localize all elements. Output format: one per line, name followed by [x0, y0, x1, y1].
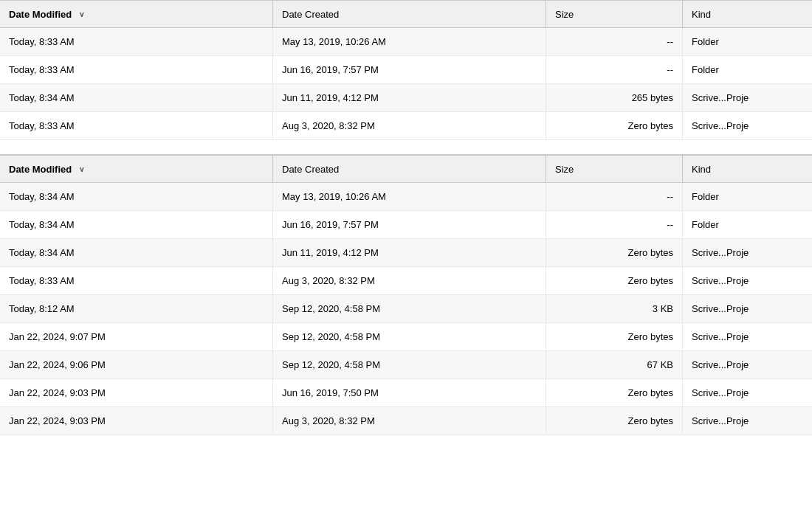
table-row[interactable]: Today, 8:34 AMJun 11, 2019, 4:12 PM265 b… [0, 84, 812, 112]
cell-date-modified: Jan 22, 2024, 9:06 PM [0, 351, 273, 378]
cell-date-created: Aug 3, 2020, 8:32 PM [273, 112, 546, 139]
column-header-date-modified[interactable]: Date Modified∨ [0, 1, 273, 27]
cell-date-modified: Today, 8:34 AM [0, 211, 273, 238]
table-row[interactable]: Today, 8:34 AMJun 11, 2019, 4:12 PMZero … [0, 239, 812, 267]
cell-date-modified: Today, 8:33 AM [0, 267, 273, 294]
table-row[interactable]: Jan 22, 2024, 9:03 PMAug 3, 2020, 8:32 P… [0, 407, 812, 435]
cell-size: 265 bytes [546, 84, 683, 111]
column-header-size[interactable]: Size [546, 156, 683, 182]
cell-date-created: Jun 16, 2019, 7:57 PM [273, 211, 546, 238]
cell-date-modified: Jan 22, 2024, 9:03 PM [0, 407, 273, 434]
table-row[interactable]: Jan 22, 2024, 9:07 PMSep 12, 2020, 4:58 … [0, 323, 812, 351]
cell-size: Zero bytes [546, 239, 683, 266]
cell-date-modified: Today, 8:34 AM [0, 84, 273, 111]
cell-kind: Scrive...Proje [683, 267, 812, 294]
table-row[interactable]: Today, 8:34 AMJun 16, 2019, 7:57 PM--Fol… [0, 211, 812, 239]
column-header-kind[interactable]: Kind [683, 1, 812, 27]
cell-size: 3 KB [546, 295, 683, 322]
cell-kind: Scrive...Proje [683, 323, 812, 350]
file-browser: Date Modified∨Date CreatedSizeKindToday,… [0, 0, 812, 435]
table-row[interactable]: Jan 22, 2024, 9:03 PMJun 16, 2019, 7:50 … [0, 379, 812, 407]
cell-date-created: Sep 12, 2020, 4:58 PM [273, 323, 546, 350]
cell-date-modified: Jan 22, 2024, 9:07 PM [0, 323, 273, 350]
cell-size: -- [546, 183, 683, 210]
column-header-date-modified[interactable]: Date Modified∨ [0, 156, 273, 182]
table-row[interactable]: Today, 8:33 AMJun 16, 2019, 7:57 PM--Fol… [0, 56, 812, 84]
cell-kind: Scrive...Proje [683, 84, 812, 111]
table-row[interactable]: Today, 8:12 AMSep 12, 2020, 4:58 PM3 KBS… [0, 295, 812, 323]
cell-date-created: May 13, 2019, 10:26 AM [273, 183, 546, 210]
cell-date-created: Sep 12, 2020, 4:58 PM [273, 351, 546, 378]
cell-size: -- [546, 211, 683, 238]
cell-kind: Folder [683, 56, 812, 83]
cell-date-modified: Today, 8:33 AM [0, 56, 273, 83]
section-2-header: Date Modified∨Date CreatedSizeKind [0, 155, 812, 183]
cell-kind: Folder [683, 183, 812, 210]
cell-size: Zero bytes [546, 379, 683, 406]
cell-size: 67 KB [546, 351, 683, 378]
sort-chevron-icon: ∨ [79, 165, 84, 173]
cell-kind: Scrive...Proje [683, 407, 812, 434]
sort-chevron-icon: ∨ [79, 10, 84, 18]
cell-date-created: Jun 11, 2019, 4:12 PM [273, 84, 546, 111]
cell-size: Zero bytes [546, 407, 683, 434]
date-modified-header-label: Date Modified [9, 9, 72, 20]
cell-size: -- [546, 56, 683, 83]
cell-date-modified: Jan 22, 2024, 9:03 PM [0, 379, 273, 406]
cell-kind: Scrive...Proje [683, 239, 812, 266]
table-row[interactable]: Today, 8:33 AMAug 3, 2020, 8:32 PMZero b… [0, 267, 812, 295]
cell-kind: Scrive...Proje [683, 295, 812, 322]
cell-size: -- [546, 28, 683, 55]
date-modified-header-label: Date Modified [9, 164, 72, 175]
table-row[interactable]: Today, 8:33 AMAug 3, 2020, 8:32 PMZero b… [0, 112, 812, 140]
cell-date-modified: Today, 8:33 AM [0, 28, 273, 55]
cell-date-created: Jun 11, 2019, 4:12 PM [273, 239, 546, 266]
column-header-size[interactable]: Size [546, 1, 683, 27]
cell-date-modified: Today, 8:12 AM [0, 295, 273, 322]
cell-date-modified: Today, 8:34 AM [0, 183, 273, 210]
cell-kind: Scrive...Proje [683, 351, 812, 378]
column-header-date-created[interactable]: Date Created [273, 1, 546, 27]
column-header-kind[interactable]: Kind [683, 156, 812, 182]
cell-date-created: Aug 3, 2020, 8:32 PM [273, 267, 546, 294]
cell-size: Zero bytes [546, 323, 683, 350]
cell-date-created: Jun 16, 2019, 7:50 PM [273, 379, 546, 406]
cell-date-modified: Today, 8:33 AM [0, 112, 273, 139]
table-row[interactable]: Today, 8:33 AMMay 13, 2019, 10:26 AM--Fo… [0, 28, 812, 56]
cell-kind: Scrive...Proje [683, 112, 812, 139]
table-row[interactable]: Today, 8:34 AMMay 13, 2019, 10:26 AM--Fo… [0, 183, 812, 211]
table-row[interactable]: Jan 22, 2024, 9:06 PMSep 12, 2020, 4:58 … [0, 351, 812, 379]
cell-date-created: Aug 3, 2020, 8:32 PM [273, 407, 546, 434]
column-header-date-created[interactable]: Date Created [273, 156, 546, 182]
cell-kind: Folder [683, 28, 812, 55]
cell-date-created: May 13, 2019, 10:26 AM [273, 28, 546, 55]
section-divider [0, 140, 812, 155]
cell-date-created: Sep 12, 2020, 4:58 PM [273, 295, 546, 322]
cell-date-modified: Today, 8:34 AM [0, 239, 273, 266]
cell-kind: Folder [683, 211, 812, 238]
section-1-header: Date Modified∨Date CreatedSizeKind [0, 0, 812, 28]
cell-size: Zero bytes [546, 112, 683, 139]
cell-date-created: Jun 16, 2019, 7:57 PM [273, 56, 546, 83]
cell-kind: Scrive...Proje [683, 379, 812, 406]
cell-size: Zero bytes [546, 267, 683, 294]
